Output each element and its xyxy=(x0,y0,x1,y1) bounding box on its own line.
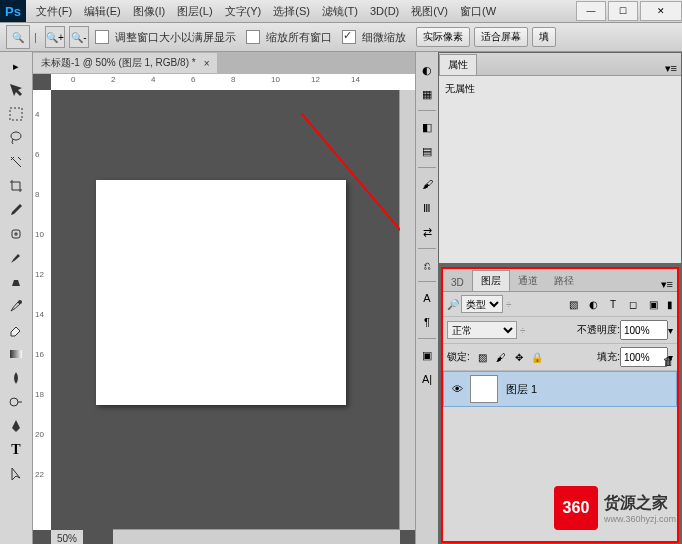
resize-checkbox[interactable] xyxy=(95,30,109,44)
clone-source-icon[interactable]: ⇄ xyxy=(418,223,436,241)
crop-tool[interactable] xyxy=(2,175,30,197)
properties-menu-icon[interactable]: ▾≡ xyxy=(665,62,677,75)
filter-type-select[interactable]: 类型 xyxy=(461,295,503,313)
layer-thumbnail[interactable] xyxy=(470,375,498,403)
character-panel-icon[interactable]: A xyxy=(418,289,436,307)
canvas-viewport[interactable] xyxy=(51,90,400,530)
menu-file[interactable]: 文件(F) xyxy=(30,0,78,22)
layer-name[interactable]: 图层 1 xyxy=(506,382,537,397)
layer-item[interactable]: 👁 图层 1 xyxy=(443,371,677,407)
horizontal-ruler[interactable]: 0 2 4 6 8 10 12 14 xyxy=(51,74,415,91)
menu-select[interactable]: 选择(S) xyxy=(267,0,316,22)
move-tool[interactable] xyxy=(2,79,30,101)
eyedropper-tool[interactable] xyxy=(2,199,30,221)
close-button[interactable]: ✕ xyxy=(640,1,682,21)
watermark: 360 货源之家 www.360hyzj.com xyxy=(554,486,676,530)
zoom-all-checkbox[interactable] xyxy=(246,30,260,44)
zoom-level[interactable]: 50% xyxy=(57,533,77,544)
path-selection-tool[interactable] xyxy=(2,463,30,485)
canvas[interactable] xyxy=(96,180,346,405)
dodge-tool[interactable] xyxy=(2,391,30,413)
filter-pixel-icon[interactable]: ▧ xyxy=(564,296,582,312)
swatches-panel-icon[interactable]: ▦ xyxy=(418,85,436,103)
lock-position-icon[interactable]: ✥ xyxy=(511,349,527,365)
lasso-tool[interactable] xyxy=(2,127,30,149)
navigator-panel-icon[interactable]: ▣ xyxy=(418,346,436,364)
opacity-dropdown-icon[interactable]: ▾ xyxy=(668,325,673,336)
maximize-button[interactable]: ☐ xyxy=(608,1,638,21)
document-area: 未标题-1 @ 50% (图层 1, RGB/8) * × 0 2 4 6 8 … xyxy=(33,52,415,544)
vertical-scrollbar[interactable] xyxy=(399,90,415,530)
opacity-input[interactable] xyxy=(620,320,668,340)
trash-icon[interactable]: 🗑 xyxy=(663,355,674,367)
svg-point-3 xyxy=(18,300,22,304)
info-panel-icon[interactable]: A| xyxy=(418,370,436,388)
history-brush-tool[interactable] xyxy=(2,295,30,317)
layers-menu-icon[interactable]: ▾≡ xyxy=(661,278,673,291)
fill-input[interactable] xyxy=(620,347,668,367)
fill-label: 填充: xyxy=(597,350,620,364)
filter-toggle[interactable]: ▮ xyxy=(667,299,673,310)
tool-preset-button[interactable]: 🔍 xyxy=(6,25,30,49)
tab-3d[interactable]: 3D xyxy=(443,274,472,291)
properties-tab[interactable]: 属性 xyxy=(439,54,477,75)
lock-pixels-icon[interactable]: 🖌 xyxy=(493,349,509,365)
menu-filter[interactable]: 滤镜(T) xyxy=(316,0,364,22)
document-tab[interactable]: 未标题-1 @ 50% (图层 1, RGB/8) * × xyxy=(33,53,217,73)
blur-tool[interactable] xyxy=(2,367,30,389)
vertical-ruler[interactable]: 4 6 8 10 12 14 16 18 20 22 xyxy=(33,90,52,530)
tab-layers[interactable]: 图层 xyxy=(472,270,510,291)
styles-panel-icon[interactable]: ▤ xyxy=(418,142,436,160)
zoom-out-icon[interactable]: 🔍- xyxy=(69,26,89,48)
minimize-button[interactable]: — xyxy=(576,1,606,21)
toolbox-collapse[interactable]: ▸ xyxy=(9,55,23,77)
brush-tool[interactable] xyxy=(2,247,30,269)
menu-3d[interactable]: 3D(D) xyxy=(364,0,405,22)
lock-all-icon[interactable]: 🔒 xyxy=(529,349,545,365)
tab-channels[interactable]: 通道 xyxy=(510,271,546,291)
menu-view[interactable]: 视图(V) xyxy=(405,0,454,22)
lock-transparency-icon[interactable]: ▨ xyxy=(475,349,491,365)
blend-mode-select[interactable]: 正常 xyxy=(447,321,517,339)
fit-screen-button[interactable]: 适合屏幕 xyxy=(474,27,528,47)
zoom-all-label: 缩放所有窗口 xyxy=(266,30,332,45)
menu-edit[interactable]: 编辑(E) xyxy=(78,0,127,22)
filter-smart-icon[interactable]: ▣ xyxy=(644,296,662,312)
clone-stamp-tool[interactable] xyxy=(2,271,30,293)
menu-type[interactable]: 文字(Y) xyxy=(219,0,268,22)
scrubby-checkbox[interactable] xyxy=(342,30,356,44)
horizontal-scrollbar[interactable] xyxy=(113,529,400,544)
document-tab-label: 未标题-1 @ 50% (图层 1, RGB/8) * xyxy=(41,56,196,70)
marquee-tool[interactable] xyxy=(2,103,30,125)
magic-wand-tool[interactable] xyxy=(2,151,30,173)
fill-screen-button[interactable]: 填 xyxy=(532,27,556,47)
paragraph-panel-icon[interactable]: ¶ xyxy=(418,313,436,331)
filter-adjustment-icon[interactable]: ◐ xyxy=(584,296,602,312)
app-logo: Ps xyxy=(0,0,26,22)
tab-paths[interactable]: 路径 xyxy=(546,271,582,291)
history-panel-icon[interactable]: ⎌ xyxy=(418,256,436,274)
document-close-icon[interactable]: × xyxy=(204,58,210,69)
pen-tool[interactable] xyxy=(2,415,30,437)
svg-rect-4 xyxy=(10,350,22,358)
healing-brush-tool[interactable] xyxy=(2,223,30,245)
color-panel-icon[interactable]: ◐ xyxy=(418,61,436,79)
menu-layer[interactable]: 图层(L) xyxy=(171,0,218,22)
filter-shape-icon[interactable]: ◻ xyxy=(624,296,642,312)
actual-pixels-button[interactable]: 实际像素 xyxy=(416,27,470,47)
menu-window[interactable]: 窗口(W xyxy=(454,0,502,22)
brushes-panel-icon[interactable]: 🖌 xyxy=(418,175,436,193)
visibility-toggle-icon[interactable]: 👁 xyxy=(448,380,466,398)
type-tool[interactable]: T xyxy=(2,439,30,461)
zoom-in-icon[interactable]: 🔍+ xyxy=(45,26,65,48)
gradient-tool[interactable] xyxy=(2,343,30,365)
adjustments-panel-icon[interactable]: ◧ xyxy=(418,118,436,136)
filter-search-icon[interactable]: 🔎 xyxy=(447,299,459,310)
lock-label: 锁定: xyxy=(447,350,470,364)
filter-type-icon[interactable]: T xyxy=(604,296,622,312)
eraser-tool[interactable] xyxy=(2,319,30,341)
menu-image[interactable]: 图像(I) xyxy=(127,0,171,22)
brush-presets-icon[interactable]: Ⅲ xyxy=(418,199,436,217)
separator: | xyxy=(34,31,37,43)
properties-panel: 属性 ▾≡ 无属性 xyxy=(439,53,681,263)
